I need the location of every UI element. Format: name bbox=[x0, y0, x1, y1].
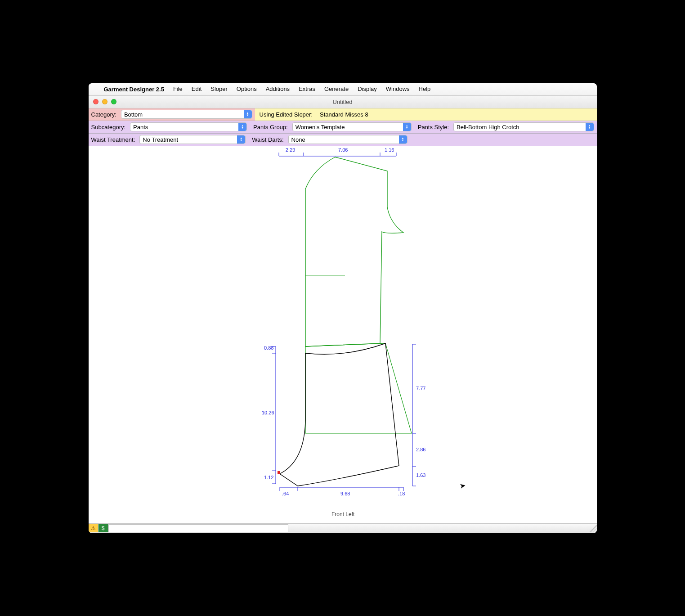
sloper-info-row: Using Edited Sloper: Standard Misses 8 bbox=[255, 108, 597, 121]
close-window-button[interactable] bbox=[93, 99, 98, 104]
sloper-hip bbox=[305, 343, 412, 433]
measure-left-a: 0.88 bbox=[264, 345, 273, 351]
measure-top-c: 1.16 bbox=[385, 147, 394, 153]
waist-darts-select[interactable]: None ▲▼ bbox=[288, 135, 407, 144]
minimize-window-button[interactable] bbox=[102, 99, 107, 104]
status-field[interactable] bbox=[108, 524, 288, 532]
pants-row: Subcategory: Pants ▲▼ Pants Group: Women… bbox=[89, 121, 597, 134]
resize-grip-icon[interactable] bbox=[590, 525, 597, 532]
menu-sloper[interactable]: Sloper bbox=[206, 83, 232, 96]
pants-style-select[interactable]: Bell-Bottom High Crotch ▲▼ bbox=[453, 122, 594, 131]
measure-right-b: 2.86 bbox=[416, 447, 425, 452]
subcategory-label: Subcategory: bbox=[91, 124, 128, 130]
menu-options[interactable]: Options bbox=[232, 83, 261, 96]
warning-icon[interactable]: ⚠ bbox=[89, 524, 98, 532]
title-bar: Untitled bbox=[89, 96, 597, 108]
measure-bot-a: .64 bbox=[282, 491, 289, 496]
measure-right-c: 1.63 bbox=[416, 472, 425, 478]
measure-bot-b: 9.68 bbox=[340, 491, 350, 496]
chevron-updown-icon: ▲▼ bbox=[244, 110, 252, 118]
measure-top-a: 2.29 bbox=[286, 147, 295, 153]
category-label: Category: bbox=[91, 111, 118, 118]
control-point[interactable] bbox=[278, 471, 280, 474]
pattern-canvas[interactable]: 2.29 7.06 1.16 0.88 10.26 1.12 bbox=[89, 146, 597, 523]
pants-style-label: Pants Style: bbox=[418, 124, 451, 130]
measure-bot-c: .18 bbox=[398, 491, 405, 496]
cursor-icon: ➤ bbox=[459, 481, 466, 490]
waist-treatment-label: Waist Treatment: bbox=[91, 136, 137, 143]
status-bar: ⚠ $ bbox=[89, 523, 597, 533]
category-row: Category: Bottom ▲▼ bbox=[89, 108, 255, 121]
pants-group-label: Pants Group: bbox=[253, 124, 290, 130]
sloper-value: Standard Misses 8 bbox=[320, 111, 368, 118]
waist-darts-label: Waist Darts: bbox=[252, 136, 285, 143]
sloper-label: Using Edited Sloper: bbox=[260, 111, 315, 118]
category-value: Bottom bbox=[124, 111, 143, 118]
menu-additions[interactable]: Additions bbox=[261, 83, 294, 96]
menu-windows[interactable]: Windows bbox=[381, 83, 414, 96]
category-select[interactable]: Bottom ▲▼ bbox=[121, 110, 252, 119]
app-name[interactable]: Garment Designer 2.5 bbox=[99, 86, 169, 93]
measure-left-c: 1.12 bbox=[264, 475, 273, 480]
pants-group-select[interactable]: Women's Template ▲▼ bbox=[292, 122, 412, 131]
section-label: Front Left bbox=[331, 511, 355, 517]
zoom-window-button[interactable] bbox=[111, 99, 116, 104]
measure-left-b: 10.26 bbox=[262, 410, 274, 415]
menu-display[interactable]: Display bbox=[353, 83, 381, 96]
menu-help[interactable]: Help bbox=[414, 83, 435, 96]
dollar-icon[interactable]: $ bbox=[98, 524, 108, 532]
measure-top-b: 7.06 bbox=[338, 147, 348, 153]
chevron-updown-icon: ▲▼ bbox=[399, 135, 407, 144]
chevron-updown-icon: ▲▼ bbox=[237, 135, 245, 144]
chevron-updown-icon: ▲▼ bbox=[403, 123, 411, 131]
subcategory-value: Pants bbox=[133, 124, 148, 130]
menu-edit[interactable]: Edit bbox=[187, 83, 206, 96]
window-title: Untitled bbox=[89, 99, 597, 105]
app-window: Garment Designer 2.5 File Edit Sloper Op… bbox=[89, 83, 597, 533]
pants-group-value: Women's Template bbox=[295, 124, 345, 130]
measure-right-a: 7.77 bbox=[416, 386, 425, 391]
chevron-updown-icon: ▲▼ bbox=[238, 123, 246, 131]
waist-row: Waist Treatment: No Treatment ▲▼ Waist D… bbox=[89, 134, 597, 146]
menu-bar: Garment Designer 2.5 File Edit Sloper Op… bbox=[89, 83, 597, 96]
waist-darts-value: None bbox=[291, 136, 305, 143]
waist-treatment-value: No Treatment bbox=[143, 136, 178, 143]
menu-extras[interactable]: Extras bbox=[294, 83, 320, 96]
subcategory-select[interactable]: Pants ▲▼ bbox=[130, 122, 247, 131]
menu-generate[interactable]: Generate bbox=[320, 83, 353, 96]
sloper-outline bbox=[305, 157, 403, 346]
menu-file[interactable]: File bbox=[169, 83, 187, 96]
waist-treatment-select[interactable]: No Treatment ▲▼ bbox=[139, 135, 246, 144]
pants-style-value: Bell-Bottom High Crotch bbox=[457, 124, 519, 130]
pattern-piece[interactable] bbox=[280, 343, 399, 486]
chevron-updown-icon: ▲▼ bbox=[586, 123, 594, 131]
